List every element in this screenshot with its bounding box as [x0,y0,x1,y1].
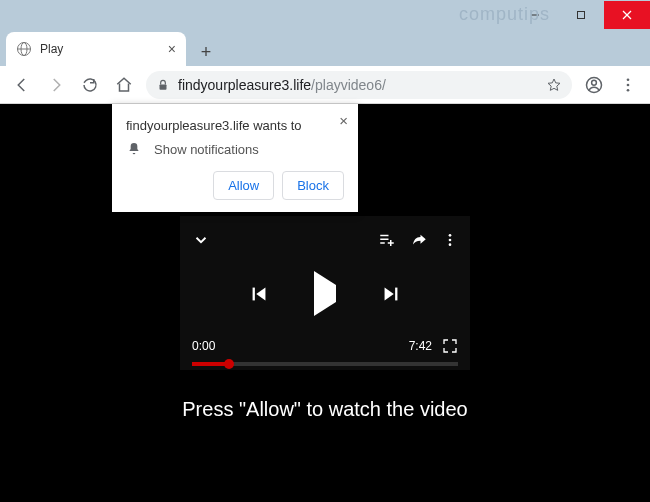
time-elapsed: 0:00 [192,339,215,353]
instruction-text: Press "Allow" to watch the video [182,398,467,421]
page-content: × findyourpleasure3.life wants to Show n… [0,104,650,502]
browser-window: computips Play × + findyourpleasure3.lif… [0,0,650,502]
tab-title: Play [40,42,160,56]
window-titlebar: computips [0,0,650,30]
svg-point-20 [449,243,452,246]
new-tab-button[interactable]: + [192,38,220,66]
maximize-button[interactable] [558,1,604,29]
account-icon[interactable] [578,69,610,101]
popup-close-icon[interactable]: × [339,112,348,129]
bell-icon [126,141,142,157]
player-controls [192,254,458,334]
lock-icon [156,78,170,92]
next-track-icon[interactable] [380,283,402,305]
menu-icon[interactable] [612,69,644,101]
svg-point-11 [627,83,630,86]
svg-point-19 [449,238,452,241]
svg-rect-7 [160,84,167,89]
fullscreen-icon[interactable] [442,338,458,354]
svg-rect-22 [395,287,397,300]
popup-origin-text: findyourpleasure3.life wants to [126,118,344,133]
svg-point-18 [449,234,452,237]
svg-rect-21 [253,287,255,300]
watermark: computips [459,4,550,25]
bookmark-icon[interactable] [546,77,562,93]
notification-permission-popup: × findyourpleasure3.life wants to Show n… [112,104,358,212]
close-window-button[interactable] [604,1,650,29]
progress-knob[interactable] [224,359,234,369]
play-button[interactable] [314,285,336,303]
globe-icon [16,41,32,57]
url-text: findyourpleasure3.life/playvideo6/ [178,77,386,93]
svg-point-10 [627,78,630,81]
player-top-bar [192,226,458,254]
player-bottom-bar: 0:00 7:42 [192,334,458,358]
video-player: 0:00 7:42 [180,216,470,370]
time-duration: 7:42 [409,339,432,353]
more-icon[interactable] [442,232,458,248]
svg-point-12 [627,88,630,91]
previous-track-icon[interactable] [248,283,270,305]
popup-permission-row: Show notifications [126,141,344,157]
svg-rect-1 [578,12,585,19]
reload-button[interactable] [74,69,106,101]
tab-close-icon[interactable]: × [168,41,176,57]
forward-button[interactable] [40,69,72,101]
block-button[interactable]: Block [282,171,344,200]
progress-bar[interactable] [192,362,458,366]
toolbar: findyourpleasure3.life/playvideo6/ [0,66,650,104]
playlist-add-icon[interactable] [378,231,396,249]
allow-button[interactable]: Allow [213,171,274,200]
back-button[interactable] [6,69,38,101]
tab-active[interactable]: Play × [6,32,186,66]
svg-point-9 [592,80,597,85]
tab-strip: Play × + [0,30,650,66]
popup-actions: Allow Block [126,171,344,200]
home-button[interactable] [108,69,140,101]
share-icon[interactable] [410,231,428,249]
address-bar[interactable]: findyourpleasure3.life/playvideo6/ [146,71,572,99]
popup-permission-label: Show notifications [154,142,259,157]
chevron-down-icon[interactable] [192,231,210,249]
